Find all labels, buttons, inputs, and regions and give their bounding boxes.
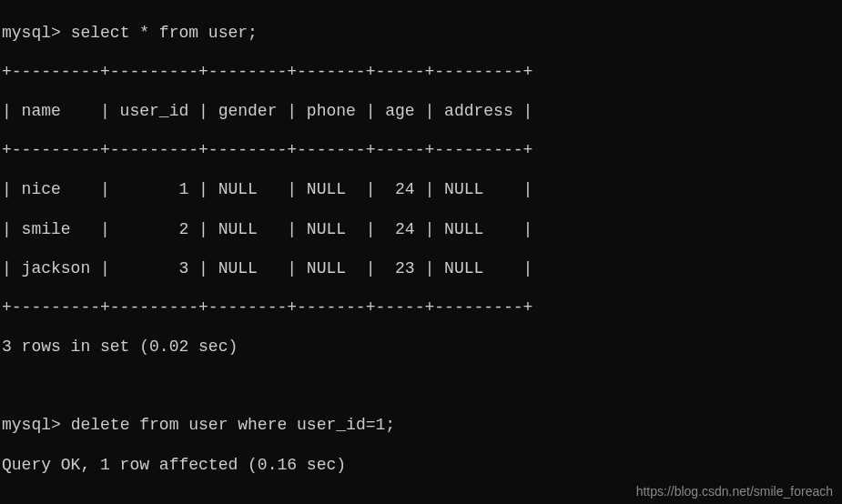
mysql-prompt: mysql> [2,416,61,434]
table-header-1: | name | user_id | gender | phone | age … [2,102,840,122]
table-border-top-1: +---------+---------+--------+-------+--… [2,63,840,83]
blank-line [2,377,840,397]
table-border-mid-1: +---------+---------+--------+-------+--… [2,141,840,161]
sql-command-delete: delete from user where user_id=1; [71,416,395,434]
table-row: | nice | 1 | NULL | NULL | 24 | NULL | [2,180,840,200]
terminal-output: mysql> select * from user; +---------+--… [0,0,842,504]
mysql-prompt: mysql> [2,24,61,42]
table-row: | smile | 2 | NULL | NULL | 24 | NULL | [2,220,840,240]
command-line-2: mysql> delete from user where user_id=1; [2,416,840,436]
watermark-url: https://blog.csdn.net/smile_foreach [636,484,833,499]
table-border-bottom-1: +---------+---------+--------+-------+--… [2,298,840,318]
delete-status: Query OK, 1 row affected (0.16 sec) [2,456,840,476]
table-row: | jackson | 3 | NULL | NULL | 23 | NULL … [2,259,840,279]
rows-status-1: 3 rows in set (0.02 sec) [2,338,840,358]
sql-command-select: select * from user; [71,24,258,42]
command-line-1: mysql> select * from user; [2,24,840,44]
